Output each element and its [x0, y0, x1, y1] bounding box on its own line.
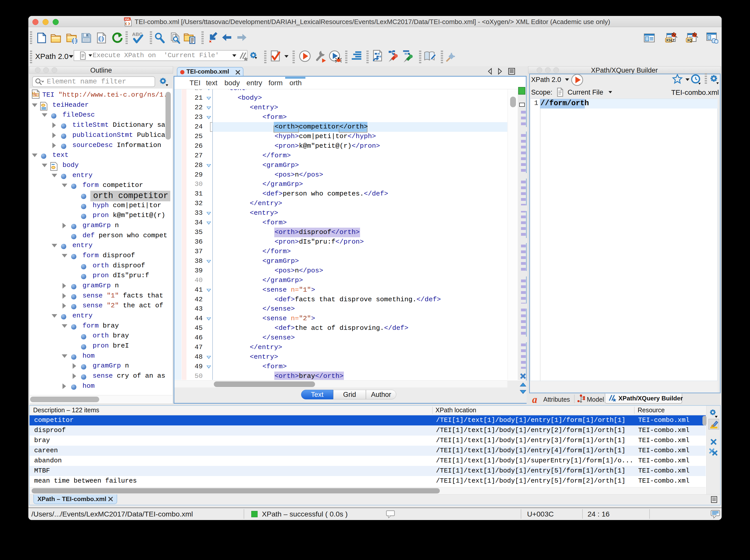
svg-text:XSLT: XSLT — [666, 38, 675, 42]
svg-text:XML: XML — [124, 18, 131, 21]
svg-text:XQ: XQ — [687, 38, 692, 42]
svg-text:TEI: TEI — [34, 94, 37, 96]
